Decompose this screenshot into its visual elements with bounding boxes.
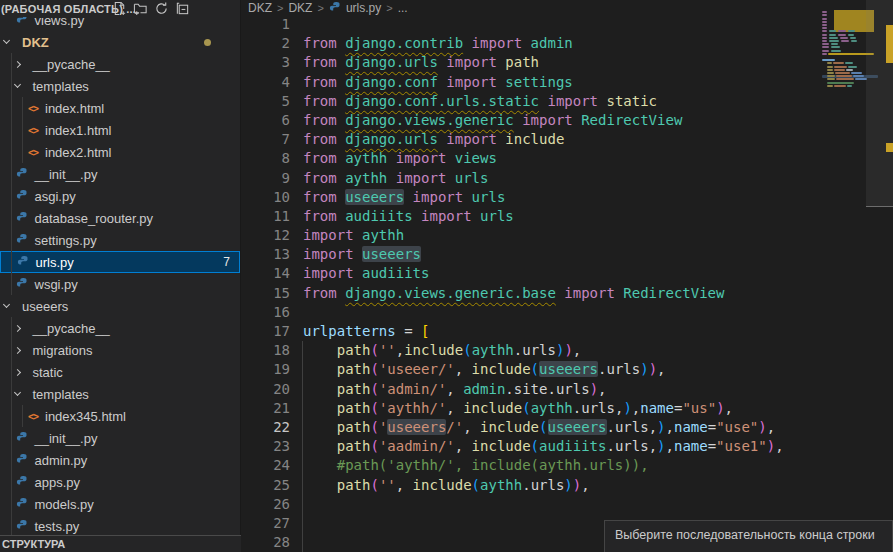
- tree-item-asgi-py[interactable]: asgi.py: [0, 185, 240, 207]
- code-text: from django.urls import path: [290, 54, 539, 70]
- code-line[interactable]: 5from django.conf.urls.static import sta…: [241, 92, 893, 111]
- minimap-line: [831, 50, 841, 52]
- tree-item-index345-html[interactable]: <>index345.html: [0, 405, 240, 427]
- tree-item-templates[interactable]: templates: [0, 383, 240, 405]
- tree-item-database-roouter-py[interactable]: database_roouter.py: [0, 207, 240, 229]
- chevron-down-icon: [13, 81, 20, 88]
- tree-item-label: apps.py: [35, 475, 81, 490]
- chevron-right-icon: [13, 368, 20, 375]
- code-line[interactable]: 26: [241, 495, 893, 514]
- code-line[interactable]: 4from django.conf import settings: [241, 73, 893, 92]
- code-text: [290, 304, 303, 320]
- tree-item--init-py[interactable]: __init__.py: [0, 427, 240, 449]
- code-line[interactable]: 19 path('useeer/', include(useeers.urls)…: [241, 360, 893, 379]
- code-line[interactable]: 20 path('admin/', admin.site.urls),: [241, 380, 893, 399]
- code-text: path('admin/', admin.site.urls),: [290, 381, 607, 397]
- minimap-line: [822, 40, 827, 42]
- code-line[interactable]: 7from django.urls import include: [241, 130, 893, 149]
- tree-item-models-py[interactable]: models.py: [0, 493, 240, 515]
- tree-item-label: __init__.py: [35, 167, 98, 182]
- code-line[interactable]: 2from django.contrib import admin: [241, 34, 893, 53]
- breadcrumb-item[interactable]: urls.py: [329, 1, 381, 15]
- code-line[interactable]: 16: [241, 303, 893, 322]
- code-text: from aythh import urls: [290, 170, 488, 186]
- minimap-line: [845, 62, 853, 64]
- collapse-all-icon[interactable]: [175, 1, 190, 16]
- tree-item-useeers[interactable]: useeers: [0, 295, 240, 317]
- tree-item-urls-py[interactable]: urls.py7: [0, 251, 240, 273]
- code-line[interactable]: 23 path('aadmin/', include(audiiits.urls…: [241, 437, 893, 456]
- tree-item-index1-html[interactable]: <>index1.html: [0, 119, 240, 141]
- vertical-scrollbar[interactable]: [866, 0, 893, 552]
- minimap-line: [831, 46, 840, 48]
- tree-item-label: __pycache__: [33, 321, 110, 336]
- tree-item-dkz[interactable]: DKZ: [0, 31, 240, 53]
- tree-item--init-py[interactable]: __init__.py: [0, 163, 240, 185]
- code-line[interactable]: 14import audiiits: [241, 264, 893, 283]
- tree-item-apps-py[interactable]: apps.py: [0, 471, 240, 493]
- code-text: path('aadmin/', include(audiiits.urls,),…: [290, 438, 784, 454]
- python-file-icon: [15, 276, 31, 292]
- tree-item-tests-py[interactable]: tests.py: [0, 515, 240, 537]
- code-text: import useeers: [290, 246, 421, 262]
- breadcrumb-separator-icon: >: [317, 2, 323, 14]
- breadcrumb-item[interactable]: ...: [398, 1, 408, 15]
- refresh-icon[interactable]: [154, 1, 169, 16]
- breadcrumb-item[interactable]: DKZ: [288, 1, 312, 15]
- code-line[interactable]: 24 #path('aythh/', include(aythh.urls)),: [241, 456, 893, 475]
- tree-item-templates[interactable]: templates: [0, 75, 240, 97]
- minimap-line: [822, 11, 827, 13]
- code-line[interactable]: 22 path('useeers/', include(useeers.urls…: [241, 418, 893, 437]
- tree-item--pycache-[interactable]: __pycache__: [0, 53, 240, 75]
- line-number: 10: [241, 188, 290, 207]
- code-line[interactable]: 8from aythh import views: [241, 149, 893, 168]
- code-line[interactable]: 17urlpatterns = [: [241, 322, 893, 341]
- explorer-section-header[interactable]: (РАБОЧАЯ ОБЛАСТЬ) ...: [0, 0, 240, 17]
- code-line[interactable]: 18 path('',include(aythh.urls)),: [241, 341, 893, 360]
- minimap-line: [827, 72, 834, 74]
- outline-section-header[interactable]: СТРУКТУРА: [0, 535, 241, 552]
- line-number: 25: [241, 476, 290, 495]
- code-area[interactable]: 12from django.contrib import admin3from …: [241, 15, 893, 552]
- code-line[interactable]: 1: [241, 15, 893, 34]
- minimap-line: [822, 43, 829, 45]
- code-line[interactable]: 15from django.views.generic.base import …: [241, 284, 893, 303]
- breadcrumb-item[interactable]: DKZ: [248, 1, 272, 15]
- line-number: 13: [241, 245, 290, 264]
- code-line[interactable]: 10from useeers import urls: [241, 188, 893, 207]
- chevron-right-icon: [13, 346, 20, 353]
- code-line[interactable]: 9from aythh import urls: [241, 169, 893, 188]
- python-file-icon: [16, 254, 32, 270]
- python-file-icon: [15, 188, 31, 204]
- code-line[interactable]: 11from audiiits import urls: [241, 207, 893, 226]
- tree-item-static[interactable]: static: [0, 361, 240, 383]
- code-line[interactable]: 25 path('', include(aythh.urls)),: [241, 476, 893, 495]
- minimap-line: [829, 40, 839, 42]
- tree-item--pycache-[interactable]: __pycache__: [0, 317, 240, 339]
- code-text: from django.conf.urls.static import stat…: [290, 93, 657, 109]
- line-number: 5: [241, 92, 290, 111]
- code-line[interactable]: 12import aythh: [241, 226, 893, 245]
- line-number: 16: [241, 303, 290, 322]
- code-line[interactable]: 3from django.urls import path: [241, 53, 893, 72]
- minimap-line: [848, 66, 857, 68]
- code-line[interactable]: 13import useeers: [241, 245, 893, 264]
- code-line[interactable]: 21 path('aythh/', include(aythh.urls,),n…: [241, 399, 893, 418]
- python-file-icon: [15, 430, 31, 446]
- tree-item-index2-html[interactable]: <>index2.html: [0, 141, 240, 163]
- html-file-icon: <>: [25, 144, 41, 160]
- minimap-line: [822, 14, 827, 16]
- line-number: 19: [241, 360, 290, 379]
- code-line[interactable]: 6from django.views.generic import Redire…: [241, 111, 893, 130]
- tree-item-settings-py[interactable]: settings.py: [0, 229, 240, 251]
- new-folder-icon[interactable]: [133, 1, 148, 16]
- tree-item-label: tests.py: [35, 519, 80, 534]
- tree-item-wsgi-py[interactable]: wsgi.py: [0, 273, 240, 295]
- minimap-line: [829, 30, 836, 32]
- code-text: from audiiits import urls: [290, 208, 514, 224]
- new-file-icon[interactable]: [112, 1, 127, 16]
- tree-item-admin-py[interactable]: admin.py: [0, 449, 240, 471]
- tree-item-label: templates: [33, 79, 89, 94]
- tree-item-index-html[interactable]: <>index.html: [0, 97, 240, 119]
- tree-item-migrations[interactable]: migrations: [0, 339, 240, 361]
